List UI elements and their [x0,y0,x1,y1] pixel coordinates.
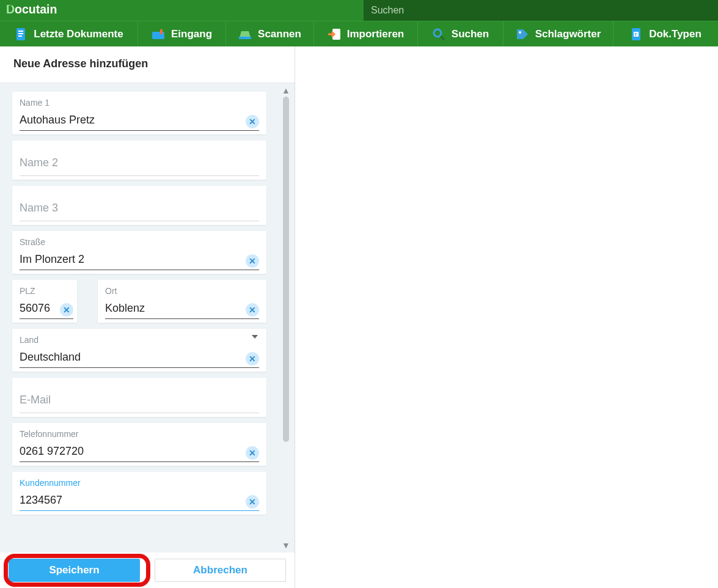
chevron-down-icon[interactable] [252,335,258,339]
field-strasse: Straße ✕ [12,231,266,274]
input-strasse[interactable] [20,251,259,270]
global-search-placeholder: Suchen [371,5,404,16]
label-name1: Name 1 [20,98,259,108]
svg-rect-3 [18,31,23,32]
field-email [12,378,266,417]
preview-panel [295,46,718,588]
panel-title: Neue Adresse hinzufügen [0,46,295,83]
clear-kundennummer-icon[interactable]: ✕ [246,495,259,509]
input-name1[interactable] [20,111,259,131]
label-kundennummer: Kundennummer [20,478,259,488]
toolbar-item-letzte-dokumente[interactable]: Letzte Dokumente [0,21,138,46]
toolbar-label: Eingang [171,28,212,40]
main-toolbar: Letzte Dokumente Eingang Scannen Importi… [0,21,718,46]
toolbar-item-scannen[interactable]: Scannen [226,21,314,46]
toolbar-item-suchen[interactable]: Suchen [418,21,504,46]
field-name3 [12,186,266,225]
form-scrollbar: ▲ ▼ [279,84,293,551]
row-plz-ort: PLZ ✕ Ort ✕ [12,280,266,323]
clear-telefon-icon[interactable]: ✕ [246,446,259,460]
inbox-icon [152,28,165,41]
toolbar-label: Schlagwörter [535,28,601,40]
scroll-down-icon[interactable]: ▼ [279,539,293,551]
scroll-track[interactable] [283,97,289,539]
toolbar-label: Suchen [452,28,489,40]
search-icon [432,28,445,41]
input-name3[interactable] [20,192,259,221]
main-area: Neue Adresse hinzufügen Name 1 ✕ [0,46,718,588]
cancel-button[interactable]: Abbrechen [155,559,286,582]
clear-strasse-icon[interactable]: ✕ [246,254,259,268]
svg-text:Docutain: Docutain [6,3,57,16]
clear-ort-icon[interactable]: ✕ [246,303,259,317]
svg-rect-7 [160,29,163,34]
field-ort: Ort ✕ [98,280,266,323]
scanner-icon [238,28,252,41]
clear-land-icon[interactable]: ✕ [246,352,259,366]
input-kundennummer[interactable] [20,491,259,511]
form-scroll-area: Name 1 ✕ Straße ✕ [0,83,295,553]
docutain-logo: Docutain [6,3,79,18]
svg-rect-4 [18,33,23,34]
address-form-panel: Neue Adresse hinzufügen Name 1 ✕ [0,46,295,588]
global-search[interactable]: Suchen [364,0,718,21]
svg-text:T: T [634,32,637,37]
toolbar-item-schlagwoerter[interactable]: Schlagwörter [504,21,614,46]
toolbar-label: Importieren [347,28,405,40]
label-strasse: Straße [20,237,259,247]
svg-rect-5 [18,35,22,37]
clear-plz-icon[interactable]: ✕ [60,303,73,317]
toolbar-item-eingang[interactable]: Eingang [138,21,226,46]
field-telefon: Telefonnummer ✕ [12,423,266,466]
svg-point-13 [519,31,521,34]
svg-rect-9 [239,37,251,39]
svg-line-12 [441,36,444,40]
document-icon [14,28,27,41]
brand-bar: Docutain Suchen [0,0,718,21]
import-icon [328,28,341,41]
clear-name1-icon[interactable]: ✕ [246,115,259,128]
label-land: Land [20,335,259,345]
toolbar-label: Dok.Typen [649,28,702,40]
doc-type-icon: T [629,28,643,41]
input-telefon[interactable] [20,443,259,462]
toolbar-label: Letzte Dokumente [34,28,123,40]
form-inner: Name 1 ✕ Straße ✕ [0,83,276,523]
svg-marker-8 [240,31,251,37]
scroll-up-icon[interactable]: ▲ [279,84,293,97]
select-land[interactable] [20,348,259,368]
input-ort[interactable] [105,300,259,319]
input-name2[interactable] [20,147,259,176]
svg-point-11 [434,29,441,37]
label-plz: PLZ [20,286,73,296]
field-name2 [12,141,266,180]
field-land: Land ✕ [12,329,266,372]
label-ort: Ort [105,286,259,296]
input-email[interactable] [20,384,259,413]
toolbar-item-importieren[interactable]: Importieren [314,21,418,46]
brand-bar-left: Docutain [0,0,364,21]
scroll-thumb[interactable] [283,97,289,442]
field-name1: Name 1 ✕ [12,92,266,134]
tag-icon [516,28,529,41]
field-plz: PLZ ✕ [12,280,77,323]
label-telefon: Telefonnummer [20,429,259,439]
toolbar-item-doktypen[interactable]: T Dok.Typen [614,21,717,46]
field-kundennummer: Kundennummer ✕ [12,472,266,515]
save-button[interactable]: Speichern [9,559,140,582]
toolbar-label: Scannen [258,28,301,40]
svg-rect-1 [9,6,12,9]
form-footer: Speichern Abbrechen [0,553,295,588]
